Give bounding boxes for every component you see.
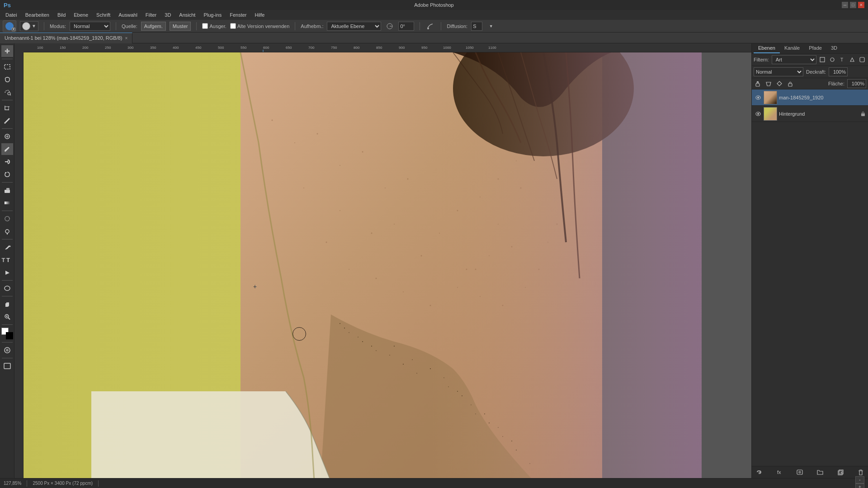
delete-layer-btn[interactable] [856,468,865,477]
svg-point-91 [394,346,395,347]
lock-position-btn[interactable] [775,80,783,88]
menu-ansicht[interactable]: Ansicht [175,11,199,19]
new-group-btn[interactable] [816,468,825,477]
menu-schrift[interactable]: Schrift [93,11,114,19]
menu-fenster[interactable]: Fenster [226,11,250,19]
tab-close-button[interactable]: × [125,36,128,41]
canvas-content[interactable]: + [24,52,751,478]
brush-icon[interactable] [425,21,435,31]
menu-datei[interactable]: Datei [2,11,21,19]
move-tool[interactable] [1,45,13,57]
filter-pixel-btn[interactable] [818,56,826,64]
left-toolbar: T T [0,43,14,478]
shape-tool[interactable] [1,282,13,294]
menu-bild[interactable]: Bild [54,11,69,19]
diffusion-dropdown[interactable]: ▼ [486,21,496,31]
layer-visibility-1[interactable] [755,110,762,117]
svg-point-15 [5,286,10,291]
zoom-tool[interactable] [1,311,13,323]
lasso-tool[interactable] [1,74,13,85]
diffusion-input[interactable] [471,22,482,31]
svg-text:550: 550 [241,46,247,50]
document-tab[interactable]: Unbenannt-1 bei 128% (man-1845259_1920, … [0,33,132,43]
new-layer-btn[interactable] [836,468,845,477]
ausger-checkbox[interactable] [202,23,208,29]
eyedropper-tool[interactable] [1,115,13,127]
crop-tool[interactable] [1,102,13,114]
path-select-tool[interactable] [1,267,13,278]
filter-shape-btn[interactable] [848,56,856,64]
aufgem-button[interactable]: Aufgem. [141,22,166,31]
zoom-out-status[interactable]: - [855,476,864,483]
menu-filter[interactable]: Filter [142,11,160,19]
text-tool[interactable]: T T [1,254,13,266]
pen-tool[interactable] [1,241,13,253]
clone-stamp-tool[interactable] [1,156,13,168]
filter-type-btn[interactable]: T [838,56,846,64]
canvas-area[interactable]: 100 150 200 250 300 350 400 450 500 550 … [14,43,751,478]
layer-visibility-0[interactable] [755,94,762,101]
dodge-tool[interactable] [1,225,13,237]
layer-thumb-0 [764,91,777,104]
svg-text:750: 750 [331,46,337,50]
brush-tool[interactable] [1,143,13,155]
opacity-input[interactable] [829,67,848,76]
lock-all-btn[interactable] [786,80,794,88]
screen-mode-button[interactable] [1,360,13,372]
fill-input[interactable] [847,79,866,88]
color-swatches[interactable] [1,328,13,339]
background-swatch[interactable] [6,332,13,339]
maximize-button[interactable]: □ [850,2,856,8]
tab-3d[interactable]: 3D [826,43,842,53]
svg-point-11 [5,216,9,221]
canvas-controls: - + [855,476,864,488]
quick-mask-button[interactable] [1,344,13,356]
menu-ebene[interactable]: Ebene [70,11,92,19]
eraser-tool[interactable] [1,184,13,196]
brush-picker[interactable]: ▼ [20,21,38,31]
menu-hilfe[interactable]: Hilfe [251,11,268,19]
tab-ebenen[interactable]: Ebenen [754,43,780,53]
layer-filter-select[interactable]: Art [772,55,817,64]
tab-pfade[interactable]: Pfade [804,43,826,53]
filter-adjust-btn[interactable] [828,56,836,64]
tool-sep-11 [2,358,13,358]
blur-tool[interactable] [1,213,13,225]
minimize-button[interactable]: ─ [842,2,848,8]
lock-image-btn[interactable] [764,80,773,88]
svg-line-17 [8,318,10,319]
layer-item-0[interactable]: man-1845259_1920 [752,89,868,106]
zoom-in-status[interactable]: + [855,483,864,488]
selection-rect-tool[interactable] [1,61,13,73]
add-mask-btn[interactable] [795,468,804,477]
svg-text:450: 450 [195,46,202,50]
gradient-tool[interactable] [1,197,13,209]
filter-smart-btn[interactable] [858,56,866,64]
quick-select-tool[interactable] [1,86,13,98]
menu-plugins[interactable]: Plug-ins [200,11,225,19]
svg-point-67 [403,291,404,292]
close-button[interactable]: ✕ [858,2,864,8]
aufhebm-label: Aufhebm.: [301,23,323,29]
add-style-btn[interactable]: fx [775,468,784,477]
muster-button[interactable]: Muster [170,22,191,31]
hand-tool[interactable] [1,298,13,310]
blend-mode-select[interactable]: Normal [754,67,803,76]
tab-kanaele[interactable]: Kanäle [780,43,804,53]
link-layers-btn[interactable] [755,468,764,477]
svg-point-115 [830,58,834,61]
healing-brush-tool[interactable] [1,131,13,142]
menu-bearbeiten[interactable]: Bearbeiten [22,11,53,19]
lock-transparent-btn[interactable] [754,80,762,88]
menu-auswahl[interactable]: Auswahl [115,11,141,19]
history-brush-tool[interactable] [1,169,13,180]
tool-preset-icon[interactable]: ▼ [3,20,16,32]
layer-item-1[interactable]: Hintergrund [752,106,868,122]
angle-input[interactable] [398,22,414,31]
svg-point-53 [294,142,295,143]
aufhebm-select[interactable]: Aktuelle Ebene [327,22,381,31]
alte-version-checkbox[interactable] [230,23,236,29]
svg-point-60 [371,233,373,234]
mode-select[interactable]: Normal [70,22,110,31]
menu-3d[interactable]: 3D [161,11,175,19]
